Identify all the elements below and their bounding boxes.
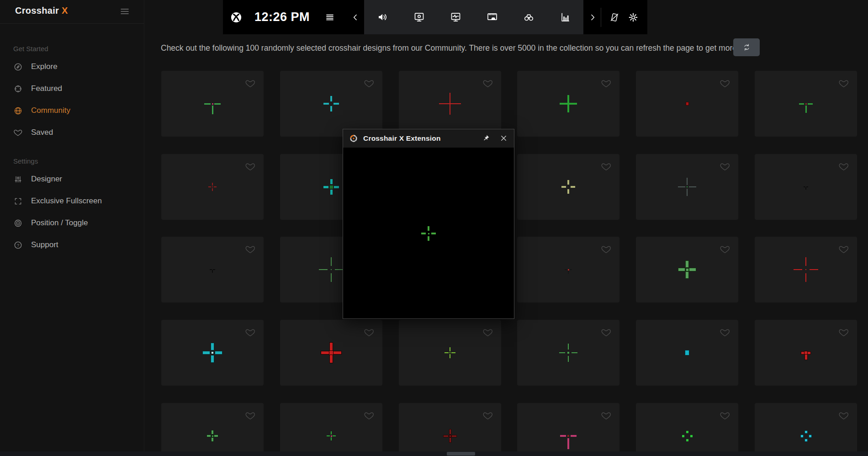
crosshair-segment [212,352,213,354]
looking-for-group-widget-button[interactable] [510,0,547,34]
favorite-heart-button[interactable] [482,78,493,89]
crosshair-card[interactable] [161,403,264,456]
extension-window[interactable]: Crosshair X Extension [343,129,514,319]
crosshair-card[interactable] [161,320,264,386]
crosshair-card[interactable] [755,403,857,456]
heart-icon [245,161,256,172]
globe-icon [13,106,23,116]
crosshair-card[interactable] [399,320,501,386]
resources-widget-button[interactable] [547,0,583,34]
notifications-off-icon[interactable] [609,12,620,23]
heart-icon [720,410,730,421]
crosshair-card[interactable] [755,320,857,386]
sidebar-item-saved[interactable]: Saved [0,122,144,143]
performance-widget-button[interactable] [437,0,474,34]
xbox-logo-icon[interactable] [230,11,243,24]
crosshair-card[interactable] [517,154,619,220]
sidebar-item-exclusive-fullscreen[interactable]: Exclusive Fullscreen [0,190,144,212]
favorite-heart-button[interactable] [482,327,493,338]
crosshair-segment [678,186,685,187]
extension-titlebar[interactable]: Crosshair X Extension [343,129,514,148]
favorite-heart-button[interactable] [601,327,612,338]
favorite-heart-button[interactable] [720,327,730,338]
pin-icon[interactable] [482,134,490,143]
crosshair-card[interactable] [636,403,738,456]
favorite-heart-button[interactable] [720,244,730,255]
crosshair-card[interactable] [755,237,857,302]
crosshair-card[interactable] [161,154,264,220]
favorite-heart-button[interactable] [601,78,612,89]
favorite-heart-button[interactable] [364,327,375,338]
favorite-heart-button[interactable] [482,410,493,421]
crosshair-card[interactable] [280,403,382,456]
hamburger-menu-icon[interactable] [119,6,130,17]
crosshair-card[interactable] [399,403,501,456]
favorite-heart-button[interactable] [838,161,849,172]
favorite-heart-button[interactable] [245,244,256,255]
sidebar-item-featured[interactable]: Featured [0,78,144,100]
crosshair-segment [567,95,569,112]
crosshair-segment [685,350,689,355]
sidebar-item-label: Community [31,106,70,115]
horizontal-scrollbar-thumb[interactable] [447,452,475,456]
heart-icon [482,78,493,89]
favorite-heart-button[interactable] [720,78,730,89]
crosshair-card[interactable] [755,71,857,137]
crosshair-card[interactable] [280,320,382,386]
fullscreen-icon [13,196,23,206]
sidebar-item-explore[interactable]: Explore [0,56,144,78]
favorite-heart-button[interactable] [601,244,612,255]
crosshair-segment [321,351,329,354]
favorite-heart-button[interactable] [245,161,256,172]
crosshair-card[interactable] [636,154,738,220]
crosshair-card[interactable] [161,237,264,302]
capture-widget-button[interactable] [401,0,437,34]
sidebar-item-label: Position / Toggle [31,218,88,228]
chevron-left-icon[interactable] [351,13,360,22]
app-title: Crosshair X [15,5,68,16]
crosshair-card[interactable] [517,320,619,386]
sidebar-item-support[interactable]: ?Support [0,234,144,256]
crosshair-card[interactable] [636,320,738,386]
favorite-heart-button[interactable] [601,410,612,421]
crosshair-segment [805,354,807,360]
favorite-heart-button[interactable] [245,410,256,421]
crosshair-card[interactable] [280,71,382,137]
close-icon[interactable] [499,134,508,143]
crosshair-segment [214,103,221,105]
favorite-heart-button[interactable] [601,161,612,172]
favorite-heart-button[interactable] [245,78,256,89]
gallery-widget-button[interactable] [474,0,510,34]
sidebar-item-community[interactable]: Community [0,100,144,122]
crosshair-card[interactable] [636,237,738,302]
favorite-heart-button[interactable] [245,327,256,338]
favorite-heart-button[interactable] [838,410,849,421]
crosshair-segment [330,186,333,189]
chevron-right-icon[interactable] [588,13,597,22]
widget-menu-icon[interactable] [324,12,335,23]
favorite-heart-button[interactable] [838,244,849,255]
audio-widget-button[interactable] [364,0,401,34]
crosshairx-logo-icon [349,134,358,143]
crosshair-segment [689,186,696,187]
crosshair-card[interactable] [161,71,264,137]
crosshair-card[interactable] [517,237,619,302]
crosshair-segment [451,352,455,353]
sidebar-item-position-toggle[interactable]: Position / Toggle [0,212,144,234]
favorite-heart-button[interactable] [720,161,730,172]
heart-icon [838,161,849,172]
crosshair-card[interactable] [517,403,619,456]
refresh-button[interactable] [733,38,760,56]
crosshair-card[interactable] [517,71,619,137]
favorite-heart-button[interactable] [838,327,849,338]
settings-gear-icon[interactable] [628,12,639,23]
favorite-heart-button[interactable] [720,410,730,421]
sidebar-item-designer[interactable]: Designer [0,168,144,190]
crosshair-card[interactable] [755,154,857,220]
crosshair-segment [331,435,332,437]
crosshair-card[interactable] [399,71,501,137]
favorite-heart-button[interactable] [364,410,375,421]
favorite-heart-button[interactable] [838,78,849,89]
favorite-heart-button[interactable] [364,78,375,89]
crosshair-card[interactable] [636,71,738,137]
